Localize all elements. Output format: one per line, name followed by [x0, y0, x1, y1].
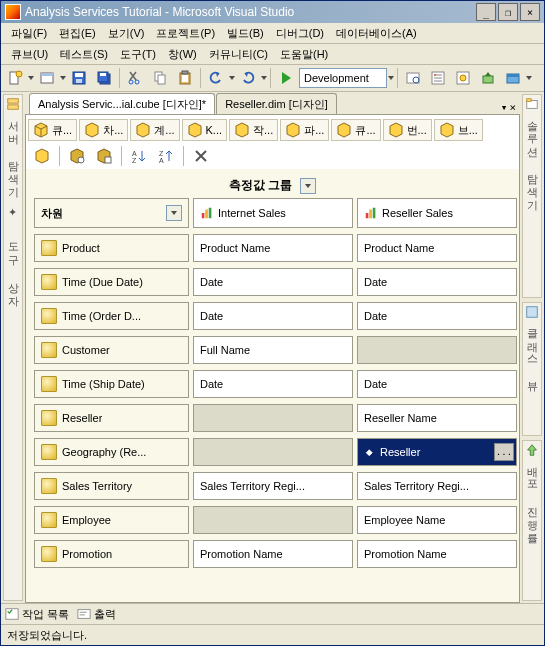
dimension-cell[interactable]: Employee	[34, 506, 189, 534]
dimension-cell[interactable]: Time (Ship Date)	[34, 370, 189, 398]
menu-database[interactable]: 데이터베이스(A)	[330, 24, 423, 43]
minimize-button[interactable]: _	[476, 3, 496, 21]
designer-btn-1[interactable]	[30, 144, 54, 168]
close-button[interactable]: ×	[520, 3, 540, 21]
designer-tab-1[interactable]: 차...	[79, 119, 128, 141]
usage-cell[interactable]	[193, 438, 353, 466]
run-button[interactable]	[274, 66, 298, 90]
copy-button[interactable]	[148, 66, 172, 90]
usage-cell[interactable]: Sales Territory Regi...	[357, 472, 517, 500]
menu-test[interactable]: 테스트(S)	[54, 45, 114, 64]
save-button[interactable]	[67, 66, 91, 90]
browse-button[interactable]: ...	[494, 443, 514, 461]
usage-cell[interactable]: Date	[193, 370, 353, 398]
usage-cell[interactable]	[193, 506, 353, 534]
menu-community[interactable]: 커뮤니티(C)	[203, 45, 274, 64]
deploy-button[interactable]	[476, 66, 500, 90]
usage-cell[interactable]: Product Name	[357, 234, 517, 262]
usage-cell[interactable]: Promotion Name	[357, 540, 517, 568]
menu-view[interactable]: 보기(V)	[102, 24, 151, 43]
designer-tab-4[interactable]: 작...	[229, 119, 278, 141]
add-item-button[interactable]	[35, 66, 59, 90]
usage-cell[interactable]	[357, 336, 517, 364]
menu-file[interactable]: 파일(F)	[5, 24, 53, 43]
designer-btn-2[interactable]	[65, 144, 89, 168]
menu-edit[interactable]: 편집(E)	[53, 24, 102, 43]
usage-cell[interactable]: Date	[193, 268, 353, 296]
menu-project[interactable]: 프로젝트(P)	[150, 24, 221, 43]
solution-explorer-tab[interactable]: 솔루션 탐색기	[522, 94, 542, 298]
doc-tabs: Analysis Servic...ial.cube [디자인]* Resell…	[25, 92, 520, 114]
dimensions-dropdown[interactable]	[166, 205, 182, 221]
usage-cell[interactable]	[193, 404, 353, 432]
menu-debug[interactable]: 디버그(D)	[270, 24, 330, 43]
designer-tab-5[interactable]: 파...	[280, 119, 329, 141]
class-view-tab[interactable]: 클래스 뷰	[522, 302, 542, 436]
output-tab[interactable]: 출력	[77, 607, 116, 622]
menu-cube[interactable]: 큐브(U)	[5, 45, 54, 64]
toolbox-button[interactable]	[501, 66, 525, 90]
designer-tab-3[interactable]: K...	[182, 119, 228, 141]
menu-tools[interactable]: 도구(T)	[114, 45, 162, 64]
restore-button[interactable]: ❐	[498, 3, 518, 21]
tasklist-icon	[5, 607, 19, 621]
config-combo[interactable]: Development	[299, 68, 387, 88]
usage-cell[interactable]: Sales Territory Regi...	[193, 472, 353, 500]
designer-tab-8[interactable]: 브...	[434, 119, 483, 141]
designer-tab-2[interactable]: 계...	[130, 119, 179, 141]
usage-cell[interactable]: Product Name	[193, 234, 353, 262]
usage-cell[interactable]: Full Name	[193, 336, 353, 364]
menu-window[interactable]: 창(W)	[162, 45, 203, 64]
menu-help[interactable]: 도움말(H)	[274, 45, 334, 64]
menu-build[interactable]: 빌드(B)	[221, 24, 270, 43]
usage-cell[interactable]: Date	[357, 268, 517, 296]
usage-cell[interactable]: Reseller Name	[357, 404, 517, 432]
measure-head-reseller[interactable]: Reseller Sales	[357, 198, 517, 228]
dimension-cell[interactable]: Time (Due Date)	[34, 268, 189, 296]
designer-tab-7[interactable]: 번...	[383, 119, 432, 141]
server-explorer-tab[interactable]: 서버 탐색기 ✦ 도구 상자	[3, 94, 23, 601]
properties-button[interactable]	[426, 66, 450, 90]
dimension-cell[interactable]: Time (Order D...	[34, 302, 189, 330]
usage-cell[interactable]: Reseller...	[357, 438, 517, 466]
redo-button[interactable]	[236, 66, 260, 90]
paste-button[interactable]	[173, 66, 197, 90]
dimension-cell[interactable]: Promotion	[34, 540, 189, 568]
delete-button[interactable]	[189, 144, 213, 168]
tab-menu-button[interactable]: ▾	[501, 101, 508, 114]
designer-btn-3[interactable]	[92, 144, 116, 168]
dimension-cell[interactable]: Customer	[34, 336, 189, 364]
doc-tab-reseller[interactable]: Reseller.dim [디자인]	[216, 93, 337, 114]
save-all-button[interactable]	[92, 66, 116, 90]
add-item-dropdown[interactable]	[60, 67, 66, 89]
dimension-cell[interactable]: Reseller	[34, 404, 189, 432]
cut-button[interactable]	[123, 66, 147, 90]
object-button[interactable]	[451, 66, 475, 90]
dimension-cell[interactable]: Sales Territory	[34, 472, 189, 500]
toolbox-dropdown[interactable]	[526, 67, 532, 89]
sort-asc-button[interactable]: AZ	[127, 144, 151, 168]
config-dropdown[interactable]	[388, 67, 394, 89]
usage-cell[interactable]: Date	[357, 302, 517, 330]
usage-cell[interactable]: Date	[193, 302, 353, 330]
undo-dropdown[interactable]	[229, 67, 235, 89]
measure-groups-dropdown[interactable]	[300, 178, 316, 194]
doc-tab-cube[interactable]: Analysis Servic...ial.cube [디자인]*	[29, 93, 215, 114]
task-list-tab[interactable]: 작업 목록	[5, 607, 69, 622]
new-item-dropdown[interactable]	[28, 67, 34, 89]
dimension-cell[interactable]: Product	[34, 234, 189, 262]
measure-head-internet[interactable]: Internet Sales	[193, 198, 353, 228]
designer-tab-6[interactable]: 큐...	[331, 119, 380, 141]
deploy-progress-tab[interactable]: 배포 진행률	[522, 440, 542, 601]
undo-button[interactable]	[204, 66, 228, 90]
tab-close-button[interactable]: ×	[509, 101, 516, 114]
sort-desc-button[interactable]: ZA	[154, 144, 178, 168]
usage-cell[interactable]: Promotion Name	[193, 540, 353, 568]
usage-cell[interactable]: Employee Name	[357, 506, 517, 534]
new-item-button[interactable]	[3, 66, 27, 90]
usage-cell[interactable]: Date	[357, 370, 517, 398]
designer-tab-0[interactable]: 큐...	[28, 119, 77, 141]
dimension-cell[interactable]: Geography (Re...	[34, 438, 189, 466]
redo-dropdown[interactable]	[261, 67, 267, 89]
find-button[interactable]	[401, 66, 425, 90]
